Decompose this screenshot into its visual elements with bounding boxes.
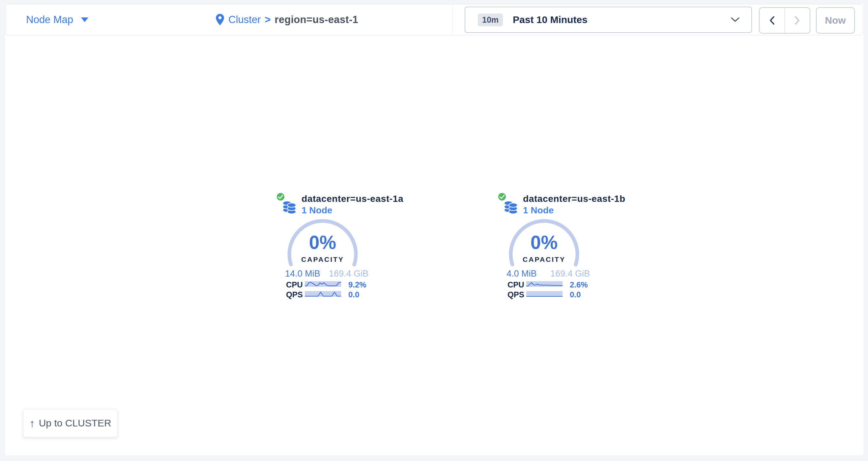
node-map-screen: Node Map Cluster > region=us-east-1 10m … xyxy=(0,0,868,461)
capacity-used: 4.0 MiB xyxy=(506,269,537,279)
chevron-right-icon xyxy=(794,16,801,25)
view-selector-label: Node Map xyxy=(26,14,73,26)
location-pin-icon xyxy=(216,14,224,25)
cpu-value: 2.6% xyxy=(570,280,588,290)
cpu-value: 9.2% xyxy=(348,280,367,290)
time-next-button[interactable] xyxy=(785,8,810,33)
qps-label: QPS xyxy=(507,290,524,299)
capacity-total: 169.4 GiB xyxy=(550,269,590,279)
qps-value: 0.0 xyxy=(348,290,359,299)
up-to-cluster-label: Up to CLUSTER xyxy=(39,418,112,429)
qps-sparkline xyxy=(305,291,341,297)
database-icon xyxy=(503,198,518,215)
capacity-used: 14.0 MiB xyxy=(285,269,320,279)
capacity-label: CAPACITY xyxy=(286,256,360,263)
up-to-cluster-button[interactable]: ↑ Up to CLUSTER xyxy=(23,409,118,437)
now-button[interactable]: Now xyxy=(816,7,855,34)
qps-metric-row: QPS 0.0 xyxy=(276,290,375,298)
qps-sparkline xyxy=(526,291,562,297)
view-selector-dropdown[interactable]: Node Map xyxy=(21,4,94,35)
time-range-select[interactable]: 10m Past 10 Minutes xyxy=(465,7,752,33)
breadcrumb: Cluster > region=us-east-1 xyxy=(216,4,358,35)
capacity-label: CAPACITY xyxy=(507,256,581,263)
capacity-total: 169.4 GiB xyxy=(329,269,368,279)
qps-value: 0.0 xyxy=(570,290,581,299)
locality-title: datacenter=us-east-1a xyxy=(302,194,403,204)
locality-node-count[interactable]: 1 Node xyxy=(302,205,332,216)
locality-title: datacenter=us-east-1b xyxy=(523,194,625,204)
chevron-left-icon xyxy=(769,16,776,25)
cpu-sparkline xyxy=(305,281,341,287)
time-range-label: Past 10 Minutes xyxy=(513,14,588,25)
topbar-divider xyxy=(453,4,453,35)
breadcrumb-separator: > xyxy=(265,14,271,26)
cpu-metric-row: CPU 9.2% xyxy=(276,280,375,288)
cpu-label: CPU xyxy=(507,280,524,290)
caret-down-icon xyxy=(81,18,88,22)
cpu-sparkline xyxy=(526,281,562,287)
database-icon xyxy=(282,198,297,215)
chevron-down-icon xyxy=(731,18,740,22)
locality-node-count[interactable]: 1 Node xyxy=(523,205,554,216)
cpu-label: CPU xyxy=(286,280,303,290)
qps-metric-row: QPS 0.0 xyxy=(498,290,596,298)
capacity-percent: 0% xyxy=(286,233,360,252)
arrow-up-icon: ↑ xyxy=(29,418,35,429)
qps-label: QPS xyxy=(286,290,303,299)
capacity-percent: 0% xyxy=(507,233,581,252)
time-nav-group xyxy=(759,7,810,34)
map-canvas xyxy=(5,4,863,455)
capacity-values: 4.0 MiB 169.4 GiB xyxy=(506,269,590,279)
cpu-metric-row: CPU 2.6% xyxy=(498,280,596,288)
time-prev-button[interactable] xyxy=(760,8,785,33)
topbar: Node Map Cluster > region=us-east-1 10m … xyxy=(5,4,863,35)
breadcrumb-cluster-link[interactable]: Cluster xyxy=(228,14,261,26)
breadcrumb-current: region=us-east-1 xyxy=(275,14,358,26)
time-range-badge: 10m xyxy=(478,13,503,26)
capacity-values: 14.0 MiB 169.4 GiB xyxy=(285,269,368,279)
